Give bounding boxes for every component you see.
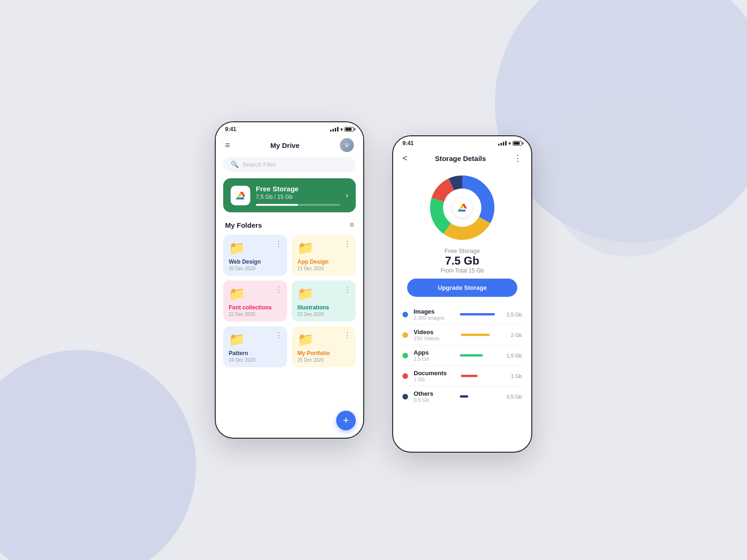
status-icons-right: ▾ (498, 141, 522, 146)
battery-icon (345, 127, 354, 132)
storage-item-images: Images 2,300 images 2,5 Gb (402, 304, 522, 325)
folder-card-app-design[interactable]: ⋮ 📁 App Design 21 Dec 2020 (292, 235, 356, 276)
storage-item-others: Others 0.5 Gb 0,5 Gb (402, 386, 522, 406)
folder-name-pattern: Pattern (229, 350, 282, 357)
status-bar-right: 9:41 ▾ (393, 136, 531, 148)
search-bar[interactable]: 🔍 Search Files (223, 157, 356, 172)
fab-button[interactable]: + (336, 411, 356, 430)
folder-icon-illustrations: 📁 (297, 286, 350, 301)
drive-header: ≡ My Drive U (216, 134, 363, 157)
item-bar-others (460, 395, 468, 398)
phone-left: 9:41 ▾ ≡ My Drive U (215, 121, 364, 439)
time-left: 9:41 (225, 126, 236, 133)
drive-logo-icon (234, 189, 247, 202)
bg-blob-right2 (546, 93, 710, 257)
item-count-images: 2,300 images (414, 315, 454, 321)
fab-icon: + (343, 414, 349, 427)
dot-others (402, 394, 408, 399)
dot-images (402, 312, 408, 317)
folder-menu-my-portfolio[interactable]: ⋮ (344, 331, 351, 340)
folder-card-pattern[interactable]: ⋮ 📁 Pattern 24 Dec 2020 (223, 326, 287, 367)
wifi-icon-right: ▾ (508, 141, 511, 146)
folder-date-web-design: 20 Dec 2020 (229, 266, 282, 271)
item-name-documents: Documents (414, 370, 455, 377)
folder-menu-illustrations[interactable]: ⋮ (344, 285, 351, 294)
item-bar-wrap-documents (461, 375, 502, 377)
item-bar-wrap-images (460, 313, 500, 315)
back-button[interactable]: < (402, 154, 408, 163)
drive-title: My Drive (270, 141, 300, 149)
item-count-documents: 1 Gb (414, 377, 455, 382)
storage-info-label: Free Storage (393, 247, 531, 254)
folder-card-my-portfolio[interactable]: ⋮ 📁 My Portfolio 25 Dec 2020 (292, 326, 356, 367)
folder-menu-app-design[interactable]: ⋮ (344, 239, 351, 248)
signal-icon (330, 127, 338, 132)
folder-date-my-portfolio: 25 Dec 2020 (297, 357, 350, 363)
avatar[interactable]: U (340, 138, 354, 152)
storage-items: Images 2,300 images 2,5 Gb Videos 150 Vi… (393, 304, 531, 406)
item-size-images: 2,5 Gb (507, 312, 522, 317)
storage-banner[interactable]: Free Storage 7,5 Gb / 15 Gb › (223, 178, 356, 212)
time-right: 9:41 (402, 140, 414, 147)
folder-name-illustrations: Illustrations (297, 304, 350, 311)
storage-details-title: Storage Details (435, 154, 486, 162)
banner-progress-fill (256, 204, 298, 206)
item-size-apps: 1,5 Gb (507, 353, 522, 358)
item-info-apps: Apps 1,5 Gb (414, 349, 454, 362)
storage-item-apps: Apps 1,5 Gb 1,5 Gb (402, 345, 522, 366)
folder-date-illustrations: 23 Dec 2020 (297, 312, 350, 317)
upgrade-storage-button[interactable]: Upgrade Storage (407, 279, 517, 297)
more-options-button[interactable]: ⋮ (514, 153, 522, 163)
storage-header: < Storage Details ⋮ (393, 148, 531, 168)
folder-name-web-design: Web Design (229, 259, 282, 265)
battery-icon-right (513, 141, 522, 146)
item-bar-wrap-videos (461, 334, 502, 336)
folder-icon-app-design: 📁 (297, 240, 350, 256)
folder-name-my-portfolio: My Portfolio (297, 350, 350, 357)
item-bar-videos (461, 334, 490, 336)
folder-date-app-design: 21 Dec 2020 (297, 266, 350, 271)
list-view-icon[interactable]: ≡ (350, 221, 354, 229)
phones-container: 9:41 ▾ ≡ My Drive U (215, 107, 532, 453)
banner-progress-bar (256, 204, 340, 206)
folder-menu-web-design[interactable]: ⋮ (275, 239, 282, 248)
folder-menu-font-collections[interactable]: ⋮ (275, 285, 282, 294)
folders-grid: ⋮ 📁 Web Design 20 Dec 2020 ⋮ 📁 App Desig… (216, 235, 363, 367)
item-size-videos: 2 Gb (508, 332, 522, 338)
folder-card-illustrations[interactable]: ⋮ 📁 Illustrations 23 Dec 2020 (292, 280, 356, 322)
storage-info-total: From Total 15 Gb (393, 267, 531, 274)
item-info-documents: Documents 1 Gb (414, 370, 455, 382)
item-bar-wrap-apps (460, 354, 500, 357)
menu-icon[interactable]: ≡ (225, 140, 230, 150)
storage-item-videos: Videos 150 Videos 2 Gb (402, 325, 522, 345)
folder-name-app-design: App Design (297, 259, 350, 265)
donut-chart (427, 173, 497, 243)
drive-logo-donut (456, 202, 468, 214)
storage-info: Free Storage 7.5 Gb From Total 15 Gb (393, 245, 531, 279)
item-name-images: Images (414, 308, 454, 315)
folders-title: My Folders (225, 221, 262, 229)
folder-card-web-design[interactable]: ⋮ 📁 Web Design 20 Dec 2020 (223, 235, 287, 276)
item-count-others: 0.5 Gb (414, 397, 454, 403)
chart-container (393, 168, 531, 245)
signal-icon-right (498, 141, 507, 146)
folder-card-font-collections[interactable]: ⋮ 📁 Font collections 22 Dec 2020 (223, 280, 287, 322)
banner-text: Free Storage 7,5 Gb / 15 Gb (256, 185, 340, 206)
folder-date-font-collections: 22 Dec 2020 (229, 312, 282, 317)
storage-info-amount: 7.5 Gb (393, 254, 531, 267)
item-size-documents: 1 Gb (508, 373, 522, 379)
search-placeholder: Search Files (242, 161, 276, 168)
folder-icon-my-portfolio: 📁 (297, 332, 350, 347)
item-bar-wrap-others (460, 395, 500, 398)
banner-arrow-icon[interactable]: › (345, 190, 348, 200)
dot-apps (402, 353, 408, 358)
item-size-others: 0,5 Gb (507, 394, 522, 399)
wifi-icon: ▾ (340, 127, 343, 132)
item-info-others: Others 0.5 Gb (414, 390, 454, 403)
folder-icon-pattern: 📁 (229, 332, 282, 347)
item-name-videos: Videos (414, 329, 455, 336)
folder-menu-pattern[interactable]: ⋮ (275, 331, 282, 340)
folder-date-pattern: 24 Dec 2020 (229, 357, 282, 363)
item-info-images: Images 2,300 images (414, 308, 454, 321)
dot-documents (402, 373, 408, 379)
